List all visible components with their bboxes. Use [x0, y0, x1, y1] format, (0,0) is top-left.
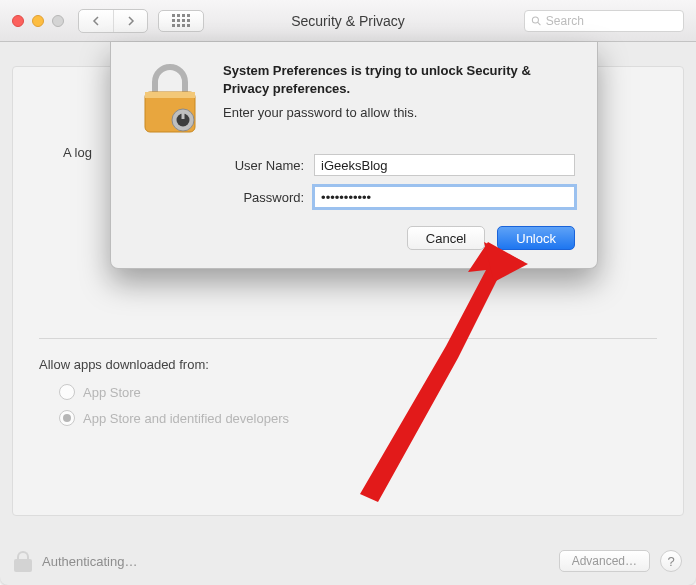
show-all-button[interactable] — [158, 10, 204, 32]
dialog-heading: System Preferences is trying to unlock S… — [223, 62, 575, 97]
back-button[interactable] — [79, 10, 113, 32]
svg-rect-3 — [145, 92, 195, 98]
svg-point-0 — [532, 16, 538, 22]
password-label: Password: — [133, 190, 314, 205]
footer-right: Advanced… ? — [559, 550, 682, 572]
close-window-icon[interactable] — [12, 15, 24, 27]
allow-apps-label: Allow apps downloaded from: — [39, 357, 657, 372]
svg-rect-6 — [182, 113, 185, 119]
padlock-icon — [133, 62, 207, 136]
grid-icon — [172, 14, 190, 27]
search-input[interactable] — [546, 14, 677, 28]
help-button[interactable]: ? — [660, 550, 682, 572]
cancel-button[interactable]: Cancel — [407, 226, 485, 250]
lock-status-text: Authenticating… — [42, 554, 137, 569]
allow-apps-radio-group: App Store App Store and identified devel… — [59, 384, 657, 426]
search-icon — [531, 15, 542, 27]
radio-icon — [59, 410, 75, 426]
auth-dialog: System Preferences is trying to unlock S… — [110, 42, 598, 269]
password-input[interactable] — [314, 186, 575, 208]
svg-line-1 — [538, 22, 541, 25]
minimize-window-icon[interactable] — [32, 15, 44, 27]
titlebar: Security & Privacy — [0, 0, 696, 42]
lock-icon[interactable] — [14, 550, 32, 572]
username-label: User Name: — [133, 158, 314, 173]
radio-app-store: App Store — [59, 384, 657, 400]
radio-label: App Store — [83, 385, 141, 400]
unlock-button[interactable]: Unlock — [497, 226, 575, 250]
nav-buttons — [78, 9, 148, 33]
preferences-window: Security & Privacy A log Allow apps down… — [0, 0, 696, 585]
username-input[interactable] — [314, 154, 575, 176]
radio-app-store-identified: App Store and identified developers — [59, 410, 657, 426]
forward-button[interactable] — [113, 10, 147, 32]
traffic-lights — [12, 15, 64, 27]
search-field-container[interactable] — [524, 10, 684, 32]
dialog-subtext: Enter your password to allow this. — [223, 105, 575, 120]
advanced-button[interactable]: Advanced… — [559, 550, 650, 572]
radio-icon — [59, 384, 75, 400]
footer: Authenticating… Advanced… ? — [0, 537, 696, 585]
zoom-window-icon — [52, 15, 64, 27]
radio-label: App Store and identified developers — [83, 411, 289, 426]
divider — [39, 338, 657, 339]
